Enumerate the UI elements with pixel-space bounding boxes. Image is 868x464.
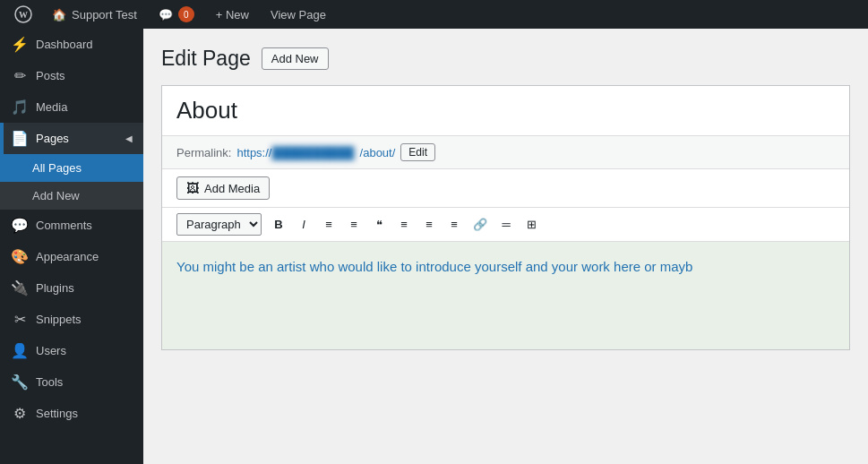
permalink-url-start-text: https:// [236, 146, 271, 159]
adminbar-new[interactable]: + New [207, 0, 258, 29]
bold-button[interactable]: B [267, 214, 290, 235]
site-name: Support Test [72, 8, 137, 21]
fullscreen-button[interactable]: ⊞ [520, 214, 543, 235]
sidebar-label-posts: Posts [36, 69, 65, 82]
comments-icon: 💬 [159, 8, 173, 21]
page-header: Edit Page Add New [161, 47, 850, 71]
permalink-row: Permalink: https://██████████ /about/ Ed… [162, 136, 849, 169]
sidebar-item-settings[interactable]: ⚙ Settings [0, 398, 143, 429]
italic-button[interactable]: I [292, 214, 315, 235]
content-area: Edit Page Add New Permalink: https://███… [143, 29, 868, 464]
ordered-list-button[interactable]: ≡ [342, 214, 365, 235]
pages-icon: 📄 [11, 130, 29, 147]
adminbar-site[interactable]: 🏠 Support Test [43, 0, 146, 29]
sidebar-label-pages: Pages [36, 132, 69, 145]
sidebar-item-add-new-page[interactable]: Add New [0, 182, 143, 210]
sidebar-item-posts[interactable]: ✏ Posts [0, 60, 143, 91]
sidebar-label-media: Media [36, 100, 67, 114]
sidebar-label-comments: Comments [36, 219, 92, 232]
appearance-icon: 🎨 [11, 248, 29, 265]
format-bar: Paragraph B I ≡ ≡ ❝ ≡ ≡ ≡ 🔗 ═ ⊞ [162, 208, 849, 242]
comments-count: 0 [178, 6, 194, 22]
main-layout: ⚡ Dashboard ✏ Posts 🎵 Media 📄 Pages ◀ Al… [0, 29, 868, 464]
add-media-label: Add Media [204, 182, 260, 195]
plugins-icon: 🔌 [11, 279, 29, 296]
sidebar-item-pages[interactable]: 📄 Pages ◀ [0, 123, 143, 154]
page-title: Edit Page [161, 47, 251, 71]
align-center-button[interactable]: ≡ [417, 214, 441, 235]
dashboard-icon: ⚡ [11, 36, 29, 53]
sidebar-label-settings: Settings [36, 407, 78, 420]
sidebar-item-all-pages[interactable]: All Pages [0, 154, 143, 182]
add-media-button[interactable]: 🖼 Add Media [176, 176, 270, 200]
media-icon: 🎵 [11, 99, 29, 116]
pages-submenu: All Pages Add New [0, 154, 143, 210]
sidebar-item-dashboard[interactable]: ⚡ Dashboard [0, 29, 143, 60]
adminbar-view-page[interactable]: View Page [262, 0, 335, 29]
settings-icon: ⚙ [11, 405, 29, 422]
pages-arrow-icon: ◀ [125, 133, 133, 143]
horizontal-rule-button[interactable]: ═ [494, 214, 518, 235]
admin-bar: W 🏠 Support Test 💬 0 + New View Page [0, 0, 868, 29]
permalink-edit-button[interactable]: Edit [400, 143, 435, 161]
align-right-button[interactable]: ≡ [443, 214, 466, 235]
sidebar-label-dashboard: Dashboard [36, 38, 93, 51]
page-title-input[interactable] [162, 86, 849, 136]
sidebar-label-appearance: Appearance [36, 250, 99, 263]
permalink-slug[interactable]: /about/ [360, 146, 396, 159]
permalink-url-start[interactable]: https://██████████ [236, 146, 354, 159]
add-media-icon: 🖼 [186, 181, 199, 195]
permalink-label: Permalink: [176, 146, 231, 159]
users-icon: 👤 [11, 342, 29, 359]
sidebar-item-users[interactable]: 👤 Users [0, 335, 143, 366]
comments-nav-icon: 💬 [11, 217, 29, 234]
add-new-button[interactable]: Add New [262, 47, 329, 70]
editor-area[interactable]: You might be an artist who would like to… [162, 242, 849, 349]
posts-icon: ✏ [11, 67, 29, 84]
wp-logo[interactable]: W [7, 0, 39, 29]
snippets-icon: ✂ [11, 311, 29, 328]
sidebar-item-media[interactable]: 🎵 Media [0, 91, 143, 123]
sidebar-item-comments[interactable]: 💬 Comments [0, 210, 143, 241]
sidebar-label-tools: Tools [36, 375, 63, 389]
align-left-button[interactable]: ≡ [392, 214, 416, 235]
sidebar-item-plugins[interactable]: 🔌 Plugins [0, 272, 143, 304]
editor-toolbar: 🖼 Add Media [162, 169, 849, 208]
view-page-label: View Page [271, 8, 326, 21]
sidebar-item-tools[interactable]: 🔧 Tools [0, 366, 143, 398]
edit-box: Permalink: https://██████████ /about/ Ed… [161, 85, 850, 350]
sidebar: ⚡ Dashboard ✏ Posts 🎵 Media 📄 Pages ◀ Al… [0, 29, 143, 464]
editor-content: You might be an artist who would like to… [176, 259, 692, 274]
adminbar-comments[interactable]: 💬 0 [150, 0, 203, 29]
add-new-page-label: Add New [32, 189, 80, 202]
sidebar-label-snippets: Snippets [36, 313, 82, 326]
svg-text:W: W [19, 10, 28, 20]
all-pages-label: All Pages [32, 161, 82, 175]
permalink-blur: ██████████ [271, 146, 354, 159]
sidebar-item-snippets[interactable]: ✂ Snippets [0, 304, 143, 335]
sidebar-label-plugins: Plugins [36, 281, 74, 295]
sidebar-label-users: Users [36, 344, 66, 357]
unordered-list-button[interactable]: ≡ [317, 214, 340, 235]
sidebar-item-appearance[interactable]: 🎨 Appearance [0, 241, 143, 272]
house-icon: 🏠 [52, 8, 66, 21]
link-button[interactable]: 🔗 [468, 214, 493, 235]
blockquote-button[interactable]: ❝ [367, 214, 391, 235]
new-label: + New [216, 8, 249, 21]
tools-icon: 🔧 [11, 374, 29, 391]
paragraph-select[interactable]: Paragraph [176, 213, 262, 236]
